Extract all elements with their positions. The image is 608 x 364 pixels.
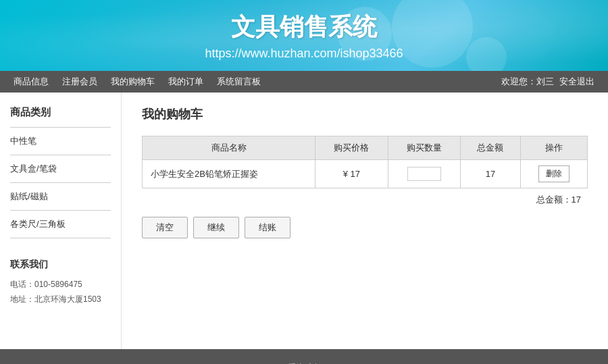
col-header-name: 商品名称 (143, 136, 315, 160)
qty-input[interactable]: 1 (407, 167, 441, 181)
contact-section: 联系我们 电话：010-5896475 地址：北京环海大厦1503 (10, 259, 111, 307)
category-title: 商品类别 (10, 106, 111, 119)
product-name: 小学生安全2B铅笔矫正握姿 (143, 160, 315, 188)
clear-button[interactable]: 清空 (142, 217, 188, 238)
sidebar-divider-4 (10, 210, 111, 211)
page-title: 我的购物车 (142, 106, 588, 122)
contact-phone: 电话：010-5896475 (10, 278, 111, 292)
sidebar-divider-3 (10, 182, 111, 183)
col-header-total: 总金额 (460, 136, 520, 160)
total-label: 总金额： (536, 194, 572, 205)
sidebar-item-rulers[interactable]: 各类尺/三角板 (10, 215, 111, 234)
sidebar-item-stickers[interactable]: 贴纸/磁贴 (10, 187, 111, 206)
product-action: 删除 (521, 160, 588, 188)
logout-button[interactable]: 安全退出 (559, 76, 594, 88)
sidebar-divider-1 (10, 127, 111, 128)
sidebar-divider-5 (10, 238, 111, 238)
col-header-price: 购买价格 (315, 136, 388, 160)
total-row: 总金额：17 (142, 194, 588, 206)
col-header-action: 操作 (521, 136, 588, 160)
cart-actions: 清空 继续 结账 (142, 217, 588, 238)
main-container: 商品类别 中性笔 文具盒/笔袋 贴纸/磁贴 各类尺/三角板 联系我们 电话：01… (0, 93, 608, 349)
nav-item-register[interactable]: 注册会员 (62, 76, 97, 88)
product-price: ¥ 17 (315, 160, 388, 188)
site-subtitle: https://www.huzhan.com/ishop33466 (205, 47, 403, 61)
sidebar-item-pen[interactable]: 中性笔 (10, 132, 111, 151)
welcome-text: 欢迎您：刘三 (501, 76, 554, 88)
sidebar: 商品类别 中性笔 文具盒/笔袋 贴纸/磁贴 各类尺/三角板 联系我们 电话：01… (0, 93, 122, 349)
cart-table: 商品名称 购买价格 购买数量 总金额 操作 小学生安全2B铅笔矫正握姿 ¥ 17… (142, 136, 588, 188)
content-area: 我的购物车 商品名称 购买价格 购买数量 总金额 操作 小学生安全2B铅笔矫正握… (122, 93, 608, 349)
contact-address: 地址：北京环海大厦1503 (10, 292, 111, 307)
product-qty-cell: 1 (388, 160, 460, 188)
sidebar-divider-2 (10, 155, 111, 155)
continue-button[interactable]: 继续 (193, 217, 239, 238)
site-title: 文具销售系统 (231, 11, 377, 44)
navbar: 商品信息 注册会员 我的购物车 我的订单 系统留言板 欢迎您：刘三 安全退出 (0, 71, 608, 93)
nav-item-message-board[interactable]: 系统留言板 (217, 76, 261, 88)
total-value: 17 (572, 194, 581, 205)
col-header-qty: 购买数量 (388, 136, 460, 160)
delete-button[interactable]: 删除 (538, 165, 569, 182)
nav-item-my-orders[interactable]: 我的订单 (168, 76, 203, 88)
nav-right: 欢迎您：刘三 安全退出 (501, 76, 594, 88)
nav-item-my-cart[interactable]: 我的购物车 (111, 76, 155, 88)
nav-item-goods-info[interactable]: 商品信息 (14, 76, 49, 88)
nav-left: 商品信息 注册会员 我的购物车 我的订单 系统留言板 (14, 76, 261, 88)
table-row: 小学生安全2B铅笔矫正握姿 ¥ 17 1 17 删除 (143, 160, 588, 188)
sidebar-item-pencil-case[interactable]: 文具盒/笔袋 (10, 159, 111, 178)
contact-title: 联系我们 (10, 259, 111, 271)
checkout-button[interactable]: 结账 (245, 217, 290, 238)
product-total: 17 (460, 160, 520, 188)
header: 文具销售系统 https://www.huzhan.com/ishop33466 (0, 0, 608, 71)
footer: 系统后台 (0, 349, 608, 364)
